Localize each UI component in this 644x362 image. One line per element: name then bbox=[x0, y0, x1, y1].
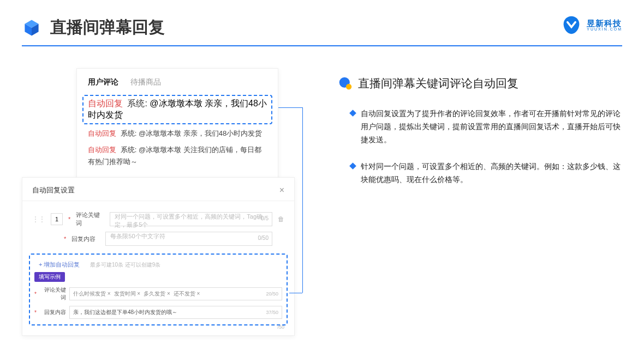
add-hint: 最多可建10条 还可以创建9条 bbox=[90, 262, 160, 268]
tab-user-comments[interactable]: 用户评论 bbox=[88, 77, 118, 87]
example-badge: 填写示例 bbox=[34, 272, 65, 282]
rule-index: 1 bbox=[51, 213, 63, 225]
diamond-bullet-icon bbox=[349, 110, 356, 117]
tab-pending-products[interactable]: 待播商品 bbox=[130, 77, 161, 87]
chat-bubble-icon bbox=[338, 76, 353, 90]
brand-logo-icon bbox=[562, 15, 581, 35]
page-title: 直播间弹幕回复 bbox=[50, 16, 165, 39]
brand: 昱新科技 YUUXIN.COM bbox=[562, 15, 622, 35]
section-title: 直播间弹幕关键词评论自动回复 bbox=[358, 76, 518, 91]
connector-line bbox=[302, 107, 303, 293]
cube-icon bbox=[22, 18, 41, 38]
connector-line bbox=[289, 293, 302, 293]
bullet-text: 针对同一个问题，可设置多个相近的、高频的关键词。例如：这款多少钱、这块能优惠吗、… bbox=[361, 160, 622, 186]
diamond-bullet-icon bbox=[349, 163, 356, 170]
bullet-text: 自动回复设置为了提升作者的评论回复效率，作者可在开播前针对常见的评论用户问题，提… bbox=[361, 107, 622, 146]
brand-name: 昱新科技 bbox=[587, 19, 622, 27]
example-keyword-tags: 什么时候发货 × 发货时间 × 多久发货 × 还不发货 × 20/50 bbox=[69, 287, 282, 300]
header-rule bbox=[22, 45, 622, 46]
keyword-input[interactable]: 对同一个问题，可设置多个相近，高频的关键词，Tag确定，最多5个 0/5 bbox=[110, 212, 272, 226]
close-icon[interactable]: × bbox=[279, 185, 284, 195]
connector-line bbox=[278, 107, 302, 108]
content-label: 回复内容 bbox=[71, 235, 100, 243]
tag[interactable]: 还不发货 × bbox=[174, 290, 200, 298]
auto-reply-tag: 自动回复 bbox=[88, 99, 123, 108]
comment-line: 自动回复 系统: @冰墩墩本墩 关注我们的店铺，每日都有热门推荐呦～ bbox=[77, 142, 278, 170]
settings-card: 自动回复设置 × ⋮⋮ 1 * 评论关键词 对同一个问题，可设置多个相近，高频的… bbox=[22, 177, 295, 336]
svg-point-1 bbox=[346, 84, 351, 89]
brand-domain: YUUXIN.COM bbox=[587, 27, 622, 31]
example-highlight: + 增加自动回复 最多可建10条 还可以创建9条 填写示例 * 评论关键词 什么… bbox=[29, 254, 288, 325]
highlighted-comment: 自动回复 系统: @冰墩墩本墩 亲亲，我们48小时内发货 bbox=[82, 95, 272, 124]
tag[interactable]: 发货时间 × bbox=[114, 290, 141, 298]
delete-icon[interactable]: 🗑 bbox=[278, 215, 284, 223]
comments-card: 用户评论 待播商品 自动回复 系统: @冰墩墩本墩 亲亲，我们48小时内发货 自… bbox=[76, 68, 278, 180]
comment-line: 自动回复 系统: @冰墩墩本墩 亲亲，我们48小时内发货 bbox=[77, 125, 278, 142]
content-input[interactable]: 每条限50个中文字符 0/50 bbox=[105, 232, 272, 246]
drag-icon[interactable]: ⋮⋮ bbox=[32, 215, 45, 223]
tag[interactable]: 什么时候发货 × bbox=[73, 290, 111, 298]
keyword-label: 评论关键词 bbox=[76, 211, 104, 227]
add-auto-reply-link[interactable]: + 增加自动回复 bbox=[34, 261, 84, 268]
tag[interactable]: 多久发货 × bbox=[144, 290, 170, 298]
settings-title: 自动回复设置 bbox=[32, 185, 75, 195]
example-content: 亲，我们这边都是下单48小时内发货的哦～ 37/50 bbox=[69, 306, 282, 319]
stray-counter: /50 bbox=[277, 324, 284, 330]
